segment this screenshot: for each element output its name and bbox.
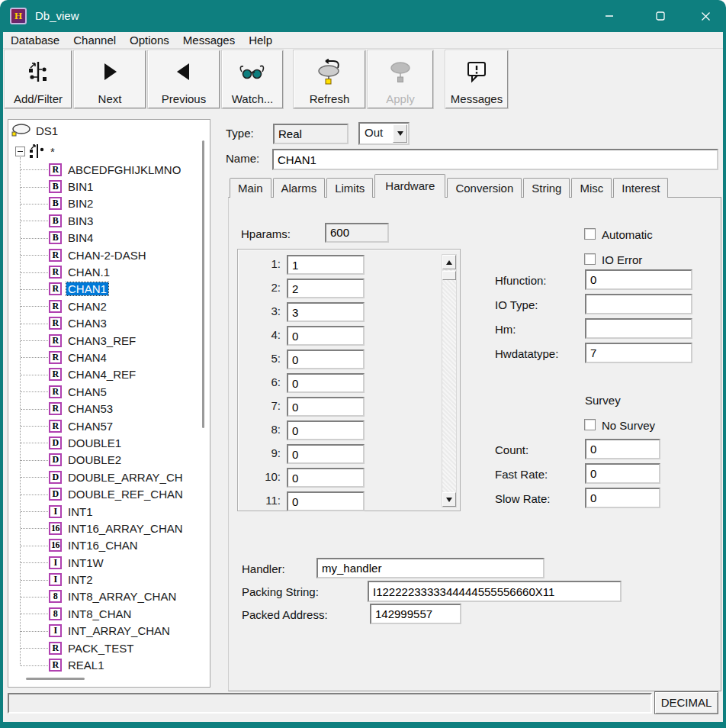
tree-item[interactable]: DDOUBLE_REF_CHAN — [9, 485, 209, 502]
tree-item[interactable]: IINT_ARRAY_CHAN — [9, 623, 209, 639]
hparam-input[interactable] — [287, 491, 365, 511]
tree-item[interactable]: IINT1 — [9, 503, 209, 520]
hparam-input[interactable] — [287, 255, 365, 275]
tree-item[interactable]: BBIN2 — [9, 195, 209, 212]
tree-item-selected[interactable]: RCHAN1 — [9, 281, 209, 298]
tree-group-node[interactable]: * — [9, 143, 55, 159]
tree-item[interactable]: DDOUBLE2 — [9, 452, 209, 469]
tab-main[interactable]: Main — [230, 178, 271, 198]
tab-conversion[interactable]: Conversion — [447, 178, 522, 198]
tree-item[interactable]: DDOUBLE1 — [9, 434, 209, 451]
scroll-down-button[interactable] — [442, 492, 456, 507]
tab-misc[interactable]: Misc — [571, 178, 612, 198]
add-filter-button[interactable]: Add/Filter — [5, 50, 72, 108]
tree-item[interactable]: BBIN3 — [9, 212, 209, 229]
menu-help[interactable]: Help — [242, 32, 279, 48]
tree-item-label: CHAN.1 — [66, 266, 111, 279]
tree-item[interactable]: RPACK_TEST — [9, 639, 209, 656]
channel-type-icon: B — [49, 231, 62, 244]
menu-messages[interactable]: Messages — [176, 32, 242, 48]
automatic-checkbox[interactable] — [584, 228, 596, 240]
tree-item[interactable]: RABCEDFGHIJKLMNO — [9, 161, 209, 178]
tab-limits[interactable]: Limits — [326, 178, 373, 198]
decimal-mode-button[interactable]: DECIMAL — [654, 691, 718, 714]
hparam-input[interactable] — [287, 350, 365, 369]
previous-button[interactable]: Previous — [148, 50, 220, 108]
tree-item[interactable]: RCHAN.1 — [9, 263, 209, 280]
tree-item[interactable]: BBIN1 — [9, 178, 209, 195]
hparam-input[interactable] — [287, 444, 365, 464]
collapse-toggle-icon[interactable] — [15, 147, 25, 156]
close-button[interactable] — [688, 0, 723, 32]
refresh-button[interactable]: Refresh — [294, 50, 365, 108]
tree-item[interactable]: 8INT8_CHAN — [9, 605, 209, 622]
tree-item[interactable]: RCHAN4 — [9, 349, 209, 366]
tree-item[interactable]: RCHAN3 — [9, 315, 209, 332]
tree-item[interactable]: IINT1W — [9, 554, 209, 571]
tree-item[interactable]: IINT2 — [9, 571, 209, 588]
tree-item-label: CHAN3 — [66, 317, 108, 330]
tab-string[interactable]: String — [523, 178, 570, 198]
tree-item[interactable]: RREAL1 — [9, 656, 209, 673]
tree-item[interactable]: BBIN4 — [9, 230, 209, 246]
packed-address-input[interactable] — [370, 604, 461, 624]
messages-button[interactable]: Messages — [445, 50, 508, 108]
minimize-button[interactable] — [592, 0, 627, 32]
maximize-button[interactable] — [643, 0, 678, 32]
hfunction-input[interactable] — [585, 269, 692, 290]
channel-type-icon: R — [49, 642, 62, 655]
hparam-input[interactable] — [287, 420, 365, 440]
tree-item[interactable]: RCHAN5 — [9, 383, 209, 400]
tree-item[interactable]: RCHAN4_REF — [9, 366, 209, 383]
packing-string-input[interactable] — [368, 581, 622, 602]
tree-item[interactable]: 16INT16_CHAN — [9, 537, 209, 554]
menu-channel[interactable]: Channel — [66, 32, 123, 48]
io-error-checkbox[interactable] — [584, 253, 596, 265]
add-filter-icon — [27, 60, 49, 83]
channel-type-icon: R — [49, 402, 62, 415]
tree-item[interactable]: RCHAN57 — [9, 417, 209, 434]
tree-item[interactable]: RCHAN3_REF — [9, 332, 209, 349]
direction-combobox[interactable]: Out — [358, 122, 410, 145]
tab-alarms[interactable]: Alarms — [273, 178, 326, 198]
tree-item[interactable]: RCHAN2 — [9, 298, 209, 314]
tab-interest[interactable]: Interest — [613, 178, 668, 198]
channel-type-icon: R — [49, 249, 62, 262]
handler-input[interactable] — [316, 558, 544, 578]
scroll-up-button[interactable] — [442, 255, 456, 269]
menu-options[interactable]: Options — [123, 32, 176, 48]
next-button[interactable]: Next — [74, 50, 146, 108]
hparam-input[interactable] — [287, 397, 365, 417]
toolbar-button-label: Messages — [451, 92, 503, 105]
slow-rate-input[interactable] — [585, 488, 660, 508]
tree-item[interactable]: RCHAN53 — [9, 400, 209, 417]
tree-root-ds1[interactable]: DS1 — [11, 122, 58, 139]
hm-input[interactable] — [585, 318, 692, 339]
fast-rate-input[interactable] — [585, 463, 660, 484]
count-input[interactable] — [585, 439, 660, 459]
tree-horizontal-scrollbar[interactable] — [26, 678, 85, 680]
hparam-input[interactable] — [287, 468, 365, 488]
no-survey-checkbox[interactable] — [584, 419, 596, 430]
hparams-scrollbar[interactable] — [442, 254, 457, 507]
watch-button[interactable]: Watch... — [222, 50, 283, 108]
channel-type-icon: R — [49, 351, 62, 364]
tree-item-label: PACK_TEST — [66, 642, 135, 655]
tree-item[interactable]: 16INT16_ARRAY_CHAN — [9, 520, 209, 536]
hparam-input[interactable] — [287, 302, 365, 322]
tree-item[interactable]: 8INT8_ARRAY_CHAN — [9, 588, 209, 605]
tab-hardware[interactable]: Hardware — [374, 174, 445, 198]
tree-item[interactable]: RCHAN-2-DASH — [9, 246, 209, 263]
hwdatatype-label: Hwdatatype: — [495, 347, 558, 360]
hwdatatype-input[interactable] — [585, 343, 692, 363]
menu-database[interactable]: Database — [4, 32, 66, 48]
name-input[interactable] — [272, 149, 718, 170]
tree-vertical-scrollbar[interactable] — [202, 140, 204, 428]
hparam-input[interactable] — [287, 326, 365, 346]
scrollbar-thumb[interactable] — [442, 271, 456, 280]
hparam-input[interactable] — [287, 279, 365, 298]
tree-item[interactable]: DDOUBLE_ARRAY_CH — [9, 469, 209, 485]
hparam-input[interactable] — [287, 373, 365, 393]
combo-dropdown-button[interactable] — [393, 124, 407, 143]
io-type-input[interactable] — [585, 294, 692, 314]
